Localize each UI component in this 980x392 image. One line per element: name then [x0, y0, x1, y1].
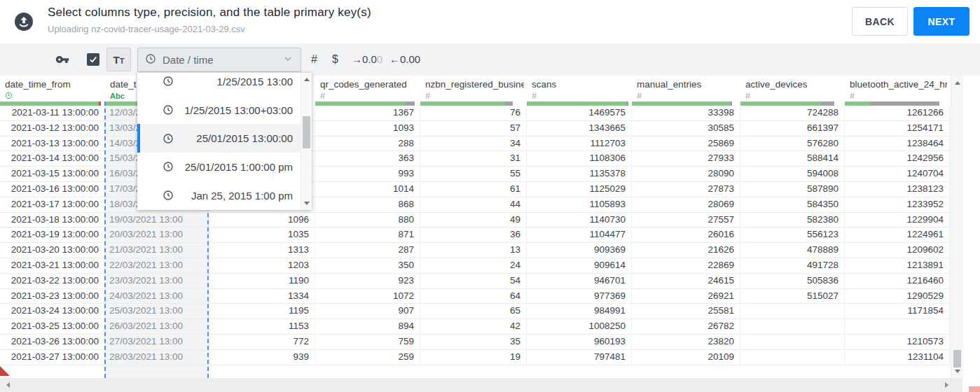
datetime-format-dropdown[interactable]: Date / time	[137, 48, 301, 72]
table-cell[interactable]: 772	[210, 335, 315, 349]
table-cell[interactable]: 1367	[315, 106, 420, 120]
table-cell[interactable]: 724288	[740, 106, 845, 120]
table-cell[interactable]: 1210573	[845, 335, 950, 349]
table-cell[interactable]: 23820	[632, 335, 740, 349]
table-cell[interactable]: 582380	[740, 213, 845, 227]
table-cell[interactable]: 49	[420, 213, 527, 227]
table-cell[interactable]: 30585	[632, 121, 740, 136]
table-cell[interactable]: 907	[315, 304, 420, 318]
table-cell[interactable]: 20109	[632, 350, 740, 365]
table-cell[interactable]: 1313	[210, 243, 315, 258]
table-cell[interactable]: 2021-03-16 13:00:00	[0, 182, 105, 197]
table-cell[interactable]: 1072	[315, 289, 420, 304]
table-cell[interactable]: 2021-03-11 13:00:00	[0, 106, 105, 120]
datetime-format-option[interactable]: Jan 25, 2015 1:00 pm	[137, 181, 301, 210]
table-cell[interactable]: 1203	[210, 258, 315, 273]
datetime-format-option[interactable]: 1/25/2015 13:00	[137, 73, 301, 96]
table-cell[interactable]: 54	[420, 274, 527, 288]
table-cell[interactable]: 594008	[740, 167, 845, 181]
table-cell[interactable]: 76	[420, 106, 527, 120]
table-cell[interactable]: 1209602	[845, 243, 950, 258]
table-cell[interactable]	[740, 350, 845, 365]
table-cell[interactable]: 2021-03-14 13:00:00	[0, 151, 105, 166]
table-cell[interactable]	[845, 319, 950, 334]
table-cell[interactable]: 2021-03-25 13:00:00	[0, 319, 105, 334]
table-cell[interactable]: 797481	[527, 350, 632, 365]
table-cell[interactable]: 909369	[527, 243, 632, 258]
table-cell[interactable]: 22/03/2021 13:00	[105, 258, 210, 273]
scroll-right-button[interactable]	[940, 378, 953, 392]
table-cell[interactable]: 1334	[210, 289, 315, 304]
table-cell[interactable]: 1229904	[845, 213, 950, 227]
table-cell[interactable]: 1008250	[527, 319, 632, 334]
table-cell[interactable]: 27933	[632, 151, 740, 166]
table-cell[interactable]: 1240704	[845, 167, 950, 181]
table-cell[interactable]: 894	[315, 319, 420, 334]
boolean-type-checkbox[interactable]	[87, 53, 99, 66]
column-header-nzbn_registered_busine[interactable]: nzbn_registered_busine#	[420, 76, 527, 102]
table-cell[interactable]: 1213891	[845, 258, 950, 273]
table-cell[interactable]: 2021-03-15 13:00:00	[0, 167, 105, 181]
table-cell[interactable]: 44	[420, 197, 527, 212]
table-cell[interactable]: 1112703	[527, 136, 632, 151]
table-cell[interactable]: 2021-03-18 13:00:00	[0, 213, 105, 227]
table-cell[interactable]: 909614	[527, 258, 632, 273]
table-cell[interactable]: 2021-03-27 13:00:00	[0, 350, 105, 365]
table-cell[interactable]: 57	[420, 121, 527, 136]
number-type-button[interactable]: #	[311, 43, 317, 76]
table-cell[interactable]: 1190	[210, 274, 315, 288]
table-cell[interactable]: 24615	[632, 274, 740, 288]
table-cell[interactable]: 1261266	[845, 106, 950, 120]
table-cell[interactable]: 1153	[210, 319, 315, 334]
column-header-scans[interactable]: scans#	[527, 76, 632, 102]
table-cell[interactable]: 34	[420, 136, 527, 151]
table-cell[interactable]: 1140730	[527, 213, 632, 227]
table-cell[interactable]: 19	[420, 350, 527, 365]
table-cell[interactable]: 478889	[740, 243, 845, 258]
table-cell[interactable]: 515027	[740, 289, 845, 304]
menu-scrollbar[interactable]	[301, 73, 312, 210]
table-cell[interactable]: 26921	[632, 289, 740, 304]
table-cell[interactable]: 42	[420, 319, 527, 334]
table-cell[interactable]: 2021-03-17 13:00:00	[0, 197, 105, 212]
table-cell[interactable]: 21/03/2021 13:00	[105, 243, 210, 258]
table-cell[interactable]: 24	[420, 258, 527, 273]
table-cell[interactable]: 1238123	[845, 182, 950, 197]
table-cell[interactable]: 1035	[210, 227, 315, 242]
table-cell[interactable]: 993	[315, 167, 420, 181]
table-cell[interactable]: 1224961	[845, 227, 950, 242]
table-cell[interactable]: 1105893	[527, 197, 632, 212]
table-cell[interactable]: 288	[315, 136, 420, 151]
scroll-up-button[interactable]	[951, 78, 963, 88]
column-header-bluetooth_active_24_hr_[interactable]: bluetooth_active_24_hr_#	[845, 76, 950, 102]
table-cell[interactable]: 977369	[527, 289, 632, 304]
table-cell[interactable]: 923	[315, 274, 420, 288]
next-button[interactable]: NEXT	[913, 7, 969, 36]
table-cell[interactable]: 19/03/2021 13:00	[105, 213, 210, 227]
table-cell[interactable]	[740, 335, 845, 349]
table-cell[interactable]: 588414	[740, 151, 845, 166]
menu-scrollbar-thumb[interactable]	[303, 116, 310, 148]
datetime-format-option[interactable]: 25/01/2015 13:00:00	[137, 124, 301, 153]
column-header-date_time_from[interactable]: date_time_from	[0, 76, 105, 102]
table-cell[interactable]: 880	[315, 213, 420, 227]
menu-scroll-down-button[interactable]	[301, 199, 312, 208]
table-cell[interactable]: 25869	[632, 136, 740, 151]
table-cell[interactable]: 2021-03-24 13:00:00	[0, 304, 105, 318]
table-cell[interactable]: 61	[420, 182, 527, 197]
primary-key-icon[interactable]	[55, 52, 70, 66]
table-cell[interactable]: 28069	[632, 197, 740, 212]
table-cell[interactable]	[740, 319, 845, 334]
table-cell[interactable]: 1343665	[527, 121, 632, 136]
datetime-format-option[interactable]: 1/25/2015 13:00+03:00	[137, 96, 301, 125]
table-cell[interactable]: 65	[420, 304, 527, 318]
decrease-precision-button[interactable]: →0.00	[352, 43, 382, 76]
text-type-button[interactable]: TT	[106, 48, 131, 71]
table-cell[interactable]: 24/03/2021 13:00	[105, 289, 210, 304]
table-cell[interactable]: 28090	[632, 167, 740, 181]
column-header-manual_entries[interactable]: manual_entries#	[632, 76, 740, 102]
vertical-scrollbar-thumb[interactable]	[953, 350, 961, 368]
table-cell[interactable]: 1231104	[845, 350, 950, 365]
table-cell[interactable]: 35	[420, 335, 527, 349]
table-cell[interactable]: 13	[420, 243, 527, 258]
